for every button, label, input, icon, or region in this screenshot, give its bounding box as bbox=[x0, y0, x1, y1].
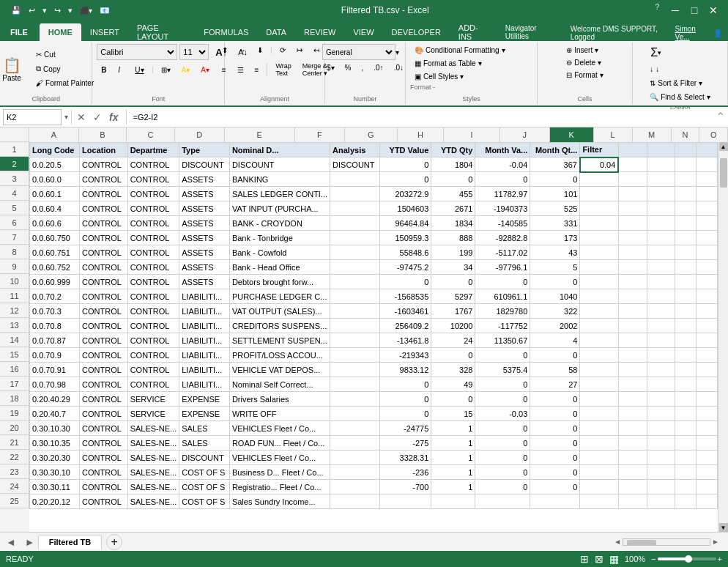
cell-d2[interactable]: DISCOUNT bbox=[179, 158, 230, 172]
cell-h18[interactable]: 0 bbox=[431, 392, 475, 407]
name-box-dropdown[interactable]: ▾ bbox=[64, 113, 68, 121]
row-num-1[interactable]: 1 bbox=[0, 142, 29, 157]
cell-e5[interactable]: VAT INPUT (PURCHA... bbox=[229, 201, 330, 216]
cell-e15[interactable]: PROFIT/LOSS ACCOU... bbox=[229, 348, 330, 363]
zoom-out-button[interactable]: − bbox=[651, 555, 655, 563]
col-header-e[interactable]: E bbox=[225, 127, 296, 142]
cell-o16[interactable] bbox=[697, 363, 718, 377]
cell-b15[interactable]: CONTROL bbox=[80, 348, 128, 363]
formula-expand-button[interactable]: ⌃ bbox=[716, 110, 725, 124]
cell-a13[interactable]: 0.0.70.8 bbox=[30, 319, 80, 333]
col-header-i[interactable]: I bbox=[444, 127, 500, 142]
cell-j4[interactable]: 101 bbox=[530, 187, 580, 201]
cell-i5[interactable]: -1940373 bbox=[475, 201, 530, 216]
cell-e22[interactable]: VEHICLES Fleet / Co... bbox=[229, 451, 330, 465]
cell-a22[interactable]: 0.30.20.30 bbox=[30, 451, 80, 465]
cell-g8[interactable]: 55848.6 bbox=[380, 245, 431, 260]
cell-f21[interactable] bbox=[330, 436, 380, 451]
cell-n18[interactable] bbox=[675, 392, 697, 407]
row-num-5[interactable]: 5 bbox=[0, 201, 29, 215]
cell-m18[interactable] bbox=[647, 392, 675, 407]
cell-d15[interactable]: LIABILITI... bbox=[179, 348, 230, 363]
cell-j15[interactable]: 0 bbox=[530, 348, 580, 363]
cell-e1[interactable]: Nominal D... bbox=[229, 143, 330, 158]
cell-h17[interactable]: 49 bbox=[431, 377, 475, 392]
format-button[interactable]: ⊟ Format ▾ bbox=[562, 69, 608, 81]
cell-l11[interactable] bbox=[618, 289, 647, 304]
cell-n20[interactable] bbox=[675, 421, 697, 436]
row-num-22[interactable]: 22 bbox=[0, 450, 29, 464]
cell-n19[interactable] bbox=[675, 407, 697, 421]
cell-m7[interactable] bbox=[647, 231, 675, 245]
cell-a9[interactable]: 0.0.60.752 bbox=[30, 260, 80, 275]
cell-m8[interactable] bbox=[647, 245, 675, 260]
tab-page-layout[interactable]: PAGE LAYOUT bbox=[128, 23, 195, 41]
redo-button[interactable]: ↪ bbox=[52, 4, 63, 17]
col-header-l[interactable]: L bbox=[594, 127, 633, 142]
cell-f16[interactable] bbox=[330, 363, 380, 377]
cell-i3[interactable]: 0 bbox=[475, 172, 530, 187]
paste-button[interactable]: 📋 Paste bbox=[0, 53, 30, 85]
cell-j11[interactable]: 1040 bbox=[530, 289, 580, 304]
cell-l21[interactable] bbox=[618, 436, 647, 451]
cell-g5[interactable]: 1504603 bbox=[380, 201, 431, 216]
cell-h3[interactable]: 0 bbox=[431, 172, 475, 187]
cell-b5[interactable]: CONTROL bbox=[80, 201, 128, 216]
cell-m17[interactable] bbox=[647, 377, 675, 392]
align-top-button[interactable]: ⬆ bbox=[218, 44, 232, 56]
cell-d23[interactable]: COST OF S bbox=[179, 465, 230, 480]
cell-o15[interactable] bbox=[697, 348, 718, 363]
row-num-13[interactable]: 13 bbox=[0, 318, 29, 333]
cell-o3[interactable] bbox=[697, 172, 718, 187]
currency-button[interactable]: $▾ bbox=[322, 62, 339, 74]
col-header-k[interactable]: K bbox=[550, 127, 594, 142]
cell-i7[interactable]: -92882.8 bbox=[475, 231, 530, 245]
autosum-button[interactable]: Σ ▾ bbox=[645, 44, 666, 62]
cell-l17[interactable] bbox=[618, 377, 647, 392]
cell-b18[interactable]: CONTROL bbox=[80, 392, 128, 407]
tab-add-ins[interactable]: ADD-INS bbox=[450, 23, 497, 41]
cell-f2[interactable]: DISCOUNT bbox=[330, 158, 380, 172]
cell-d14[interactable]: LIABILITI... bbox=[179, 333, 230, 348]
cell-c13[interactable]: CONTROL bbox=[127, 319, 179, 333]
col-header-j[interactable]: J bbox=[500, 127, 550, 142]
cell-c16[interactable]: CONTROL bbox=[127, 363, 179, 377]
cell-n16[interactable] bbox=[675, 363, 697, 377]
customize-quick-access[interactable]: ⬛▾ bbox=[78, 5, 94, 16]
cell-n12[interactable] bbox=[675, 304, 697, 319]
row-num-11[interactable]: 11 bbox=[0, 289, 29, 303]
cell-i12[interactable]: 1829780 bbox=[475, 304, 530, 319]
row-num-23[interactable]: 23 bbox=[0, 464, 29, 479]
cell-i16[interactable]: 5375.4 bbox=[475, 363, 530, 377]
cell-m15[interactable] bbox=[647, 348, 675, 363]
cell-i17[interactable]: 0 bbox=[475, 377, 530, 392]
tab-data[interactable]: DATA bbox=[257, 23, 295, 41]
cell-m24[interactable] bbox=[647, 480, 675, 494]
cell-d17[interactable]: LIABILITI... bbox=[179, 377, 230, 392]
cell-f23[interactable] bbox=[330, 465, 380, 480]
cell-f6[interactable] bbox=[330, 216, 380, 231]
quick-access-toolbar[interactable]: 💾 ↩ ▾ ↪ ▾ ⬛▾ 📧 bbox=[6, 4, 115, 17]
cell-d7[interactable]: ASSETS bbox=[179, 231, 230, 245]
cell-d8[interactable]: ASSETS bbox=[179, 245, 230, 260]
cell-g10[interactable]: 0 bbox=[380, 275, 431, 289]
cell-a19[interactable]: 0.20.40.7 bbox=[30, 407, 80, 421]
fill-color-button[interactable]: A▾ bbox=[177, 64, 195, 76]
cell-f20[interactable] bbox=[330, 421, 380, 436]
cell-k8[interactable] bbox=[580, 245, 618, 260]
cell-i10[interactable]: 0 bbox=[475, 275, 530, 289]
increase-decimal-button[interactable]: .0↑ bbox=[369, 62, 387, 74]
cell-o18[interactable] bbox=[697, 392, 718, 407]
cell-l24[interactable] bbox=[618, 480, 647, 494]
cell-l5[interactable] bbox=[618, 201, 647, 216]
cell-a18[interactable]: 0.20.40.29 bbox=[30, 392, 80, 407]
cell-l13[interactable] bbox=[618, 319, 647, 333]
horizontal-scrollbar[interactable] bbox=[623, 538, 710, 546]
cell-k25[interactable] bbox=[580, 494, 618, 509]
cell-o8[interactable] bbox=[697, 245, 718, 260]
cell-h1[interactable]: YTD Qty bbox=[431, 143, 475, 158]
cell-d16[interactable]: LIABILITI... bbox=[179, 363, 230, 377]
cell-j6[interactable]: 331 bbox=[530, 216, 580, 231]
row-num-9[interactable]: 9 bbox=[0, 259, 29, 274]
cell-k13[interactable] bbox=[580, 319, 618, 333]
